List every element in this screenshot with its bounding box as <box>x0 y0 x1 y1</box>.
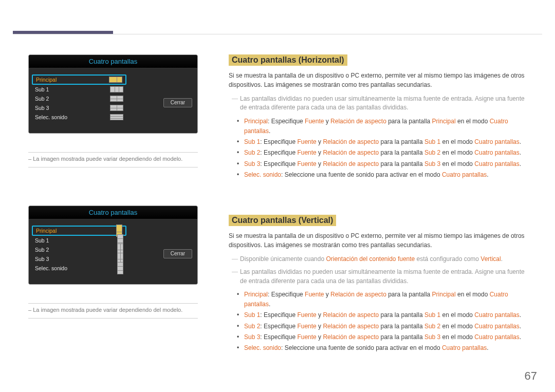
hl-term: Principal <box>244 291 268 298</box>
osd-row-label: Sub 1 <box>35 86 49 92</box>
list-item: Selec. sonido: Seleccione una fuente de … <box>244 343 527 353</box>
osd-row-sub3[interactable]: Sub 3 <box>32 103 126 113</box>
txt: en el modo <box>440 149 474 156</box>
txt: y <box>317 333 323 341</box>
osd-row-label: Selec. sonido <box>35 114 67 120</box>
hl-term: Fuente <box>297 149 316 156</box>
osd-row-principal[interactable]: Principal <box>32 74 126 85</box>
hl-term: Cuatro pantallas <box>474 160 519 167</box>
list-item: Sub 2: Especifique Fuente y Relación de … <box>244 148 527 158</box>
osd-row-sub3[interactable]: Sub 3 <box>32 254 126 264</box>
txt: para la pantalla <box>379 333 424 341</box>
caption-rule <box>28 167 198 167</box>
hl-term: Fuente <box>297 333 316 341</box>
txt: para la pantalla <box>379 138 424 145</box>
osd-menu-list: Principal Sub 1 Sub 2 Sub 3 Selec. sonid… <box>32 74 126 122</box>
note-line: Las pantallas divididas no pueden usar s… <box>229 95 527 113</box>
osd-title: Cuatro pantallas <box>29 55 197 68</box>
osd-row-label: Selec. sonido <box>35 265 67 271</box>
hl-term: Fuente <box>297 160 316 167</box>
txt: en el modo <box>440 138 474 145</box>
txt: : Seleccione una fuente de sonido para a… <box>281 171 442 178</box>
txt: y <box>317 160 323 167</box>
list-item: Sub 3: Especifique Fuente y Relación de … <box>244 332 527 342</box>
hl-term: Sub 2 <box>244 149 260 156</box>
hl-term: Fuente <box>297 311 316 319</box>
txt: : Especifique <box>268 118 305 125</box>
hl-term: Selec. sonido <box>244 171 281 178</box>
txt: y <box>317 138 323 145</box>
osd-row-sub1[interactable]: Sub 1 <box>32 85 126 94</box>
bullet-list: Principal: Especifique Fuente y Relación… <box>229 117 527 180</box>
txt: : Seleccione una fuente de sonido para a… <box>281 344 442 351</box>
hl-term: Relación de aspecto <box>323 160 379 167</box>
txt: en el modo <box>456 118 490 125</box>
note-line: Disponible únicamente cuando Orientación… <box>229 255 527 264</box>
hl-term: Fuente <box>297 138 316 145</box>
txt: en el modo <box>440 311 474 319</box>
txt: para la pantalla <box>379 160 424 167</box>
osd-row-sub2[interactable]: Sub 2 <box>32 94 126 103</box>
osd-row-sub1[interactable]: Sub 1 <box>32 236 126 245</box>
osd-caption: – La imagen mostrada puede variar depend… <box>28 307 203 313</box>
osd-row-principal[interactable]: Principal <box>32 226 126 236</box>
hl-term: Relación de aspecto <box>323 323 379 330</box>
txt: : Especifique <box>260 333 297 341</box>
hl-term: Cuatro pantallas <box>474 311 519 319</box>
osd-close-button[interactable]: Cerrar <box>163 98 192 107</box>
txt: para la pantalla <box>379 323 424 330</box>
hl-term: Sub 1 <box>244 138 260 145</box>
list-item: Sub 3: Especifique Fuente y Relación de … <box>244 159 527 169</box>
osd-row-label: Sub 2 <box>35 96 49 102</box>
hl-term: Cuatro pantallas <box>474 149 519 156</box>
txt: en el modo <box>456 291 490 298</box>
txt: . <box>487 344 488 351</box>
hl-term: Cuatro pantallas <box>442 171 487 178</box>
hl-term: Relación de aspecto <box>323 333 379 341</box>
list-item: Principal: Especifique Fuente y Relación… <box>244 117 527 136</box>
list-item: Selec. sonido: Seleccione una fuente de … <box>244 170 527 180</box>
osd-row-selec-sonido[interactable]: Selec. sonido <box>32 113 126 122</box>
layout-sub3-icon <box>110 105 123 111</box>
layout-principal-icon <box>109 77 122 83</box>
hl-term: Principal <box>432 118 456 125</box>
hl-term: Sub 1 <box>424 311 440 319</box>
txt: y <box>324 291 330 298</box>
txt: para la pantalla <box>379 149 424 156</box>
hl-term: Relación de aspecto <box>323 149 379 156</box>
note-line: Las pantallas divididas no pueden usar s… <box>229 268 527 286</box>
hl-term: Sub 1 <box>424 138 440 145</box>
hl-term: Relación de aspecto <box>330 118 386 125</box>
hl-term: Cuatro pantallas <box>474 138 519 145</box>
layout-sub2-icon <box>110 96 123 102</box>
txt: : Especifique <box>260 323 297 330</box>
hl-term: Fuente <box>297 323 316 330</box>
caption-rule <box>28 303 198 304</box>
osd-close-button[interactable]: Cerrar <box>163 249 192 258</box>
osd-row-sub2[interactable]: Sub 2 <box>32 245 126 254</box>
txt: . <box>269 301 270 308</box>
txt: y <box>324 118 330 125</box>
hl-term: Orientación del contenido fuente <box>326 255 415 263</box>
osd-block-2: Cuatro pantallas Principal Sub 1 Sub 2 <box>28 206 203 319</box>
hl-term: Cuatro pantallas <box>474 333 519 341</box>
hl-term: Relación de aspecto <box>330 291 386 298</box>
txt: : Especifique <box>260 160 297 167</box>
txt: . <box>520 138 521 145</box>
txt: . <box>520 160 521 167</box>
header-rule <box>13 34 542 34</box>
txt: . <box>501 255 503 263</box>
caption-rule <box>28 152 198 153</box>
hl-term: Relación de aspecto <box>323 138 379 145</box>
bullet-list: Principal: Especifique Fuente y Relación… <box>229 290 527 353</box>
layout-selec-icon <box>117 262 123 274</box>
txt: : Especifique <box>260 149 297 156</box>
layout-sub1-icon <box>110 86 123 92</box>
osd-row-label: Sub 3 <box>35 105 49 111</box>
osd-row-selec-sonido[interactable]: Selec. sonido <box>32 264 126 273</box>
txt: : Especifique <box>268 291 305 298</box>
osd-body: Principal Sub 1 Sub 2 Sub 3 <box>29 219 197 284</box>
txt: para la pantalla <box>379 311 424 319</box>
txt: y <box>317 311 323 319</box>
list-item: Principal: Especifique Fuente y Relación… <box>244 290 527 309</box>
